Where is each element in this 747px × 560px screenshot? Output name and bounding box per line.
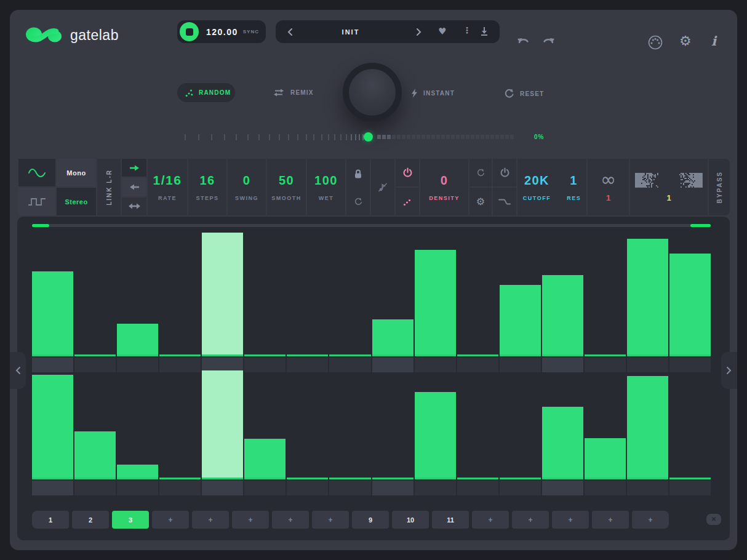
stereo-button[interactable]: Stereo <box>57 188 96 215</box>
gate-step-15[interactable] <box>627 370 668 495</box>
stop-button[interactable] <box>180 22 199 41</box>
prev-page-tab[interactable] <box>10 352 26 389</box>
pattern-button-2[interactable]: 2 <box>72 511 109 529</box>
wet-cell[interactable]: 100 WET <box>307 159 345 215</box>
randomize-slider-handle[interactable] <box>364 132 373 142</box>
preset-prev-icon[interactable] <box>287 28 293 36</box>
step-pad[interactable] <box>159 481 201 495</box>
bpm-value[interactable]: 120.00 <box>206 27 238 37</box>
main-knob[interactable] <box>343 63 402 122</box>
undo-icon[interactable] <box>517 36 529 45</box>
gate-step-3[interactable] <box>117 370 158 495</box>
smooth-cell[interactable]: 50 SMOOTH <box>267 159 306 215</box>
strip-refresh-button[interactable] <box>469 159 492 186</box>
info-icon[interactable]: i <box>711 33 716 49</box>
step-pad[interactable] <box>500 481 541 495</box>
step-pad[interactable] <box>74 481 116 495</box>
gate-step-8[interactable] <box>329 233 370 372</box>
pattern-add-slot-8[interactable]: + <box>312 511 349 529</box>
gate-step-11[interactable] <box>457 233 498 372</box>
step-pad[interactable] <box>244 481 286 495</box>
pattern-add-slot-6[interactable]: + <box>232 511 269 529</box>
redo-icon[interactable] <box>543 36 555 45</box>
pattern-button-1[interactable]: 1 <box>32 511 69 529</box>
gate-step-12[interactable] <box>500 370 541 495</box>
reset-button[interactable]: RESET <box>505 89 544 98</box>
preset-next-icon[interactable] <box>416 28 422 36</box>
density-cell[interactable]: 0 DENSITY <box>420 159 468 215</box>
pattern-button-9[interactable]: 9 <box>352 511 389 529</box>
gate-step-16[interactable] <box>669 233 711 372</box>
gate-step-4[interactable] <box>159 370 201 495</box>
pattern-button-3[interactable]: 3 <box>112 511 149 529</box>
swing-cell[interactable]: 0 SWING <box>228 159 266 215</box>
gate-step-3[interactable] <box>117 233 158 372</box>
pattern-add-slot-7[interactable]: + <box>272 511 309 529</box>
pattern-add-slot-15[interactable]: + <box>592 511 629 529</box>
note-mute-cell[interactable] <box>371 159 394 215</box>
gate-step-5[interactable] <box>202 370 243 495</box>
settings-gear-icon[interactable]: ⚙ <box>679 33 692 49</box>
lock-icon[interactable] <box>353 168 363 179</box>
instant-button[interactable]: INSTANT <box>411 89 455 98</box>
gate-step-1[interactable] <box>32 370 73 495</box>
gate-step-7[interactable] <box>287 370 328 495</box>
gate-step-5[interactable] <box>202 233 243 372</box>
step-pad[interactable] <box>457 481 498 495</box>
preset-menu-icon[interactable]: ⋮ <box>463 25 471 35</box>
gate-step-13[interactable] <box>542 233 583 372</box>
midi-icon[interactable] <box>647 34 663 50</box>
density-power-button[interactable] <box>396 159 419 186</box>
pattern-add-slot-13[interactable]: + <box>512 511 549 529</box>
pattern-button-10[interactable]: 10 <box>392 511 429 529</box>
gate-step-14[interactable] <box>585 370 626 495</box>
gate-step-12[interactable] <box>500 233 541 372</box>
gate-step-8[interactable] <box>329 370 370 495</box>
sync-label[interactable]: SYNC <box>243 29 259 34</box>
infinity-cell[interactable]: ∞ 1 <box>588 159 629 215</box>
gate-step-4[interactable] <box>159 233 201 372</box>
dither-cell[interactable]: 1 <box>630 159 708 215</box>
waveform-sine-button[interactable] <box>18 159 55 186</box>
gate-step-10[interactable] <box>415 370 456 495</box>
pattern-add-slot-16[interactable]: + <box>632 511 669 529</box>
gate-step-7[interactable] <box>287 233 328 372</box>
gate-step-2[interactable] <box>74 370 116 495</box>
pattern-add-slot-12[interactable]: + <box>472 511 509 529</box>
gate-step-14[interactable] <box>585 233 626 372</box>
gate-step-1[interactable] <box>32 233 73 372</box>
steps-cell[interactable]: 16 STEPS <box>188 159 226 215</box>
gate-step-6[interactable] <box>244 233 286 372</box>
step-pad[interactable] <box>32 481 73 495</box>
pattern-add-slot-14[interactable]: + <box>552 511 589 529</box>
bypass-button[interactable]: BYPASS <box>709 159 730 215</box>
step-pad[interactable] <box>542 481 583 495</box>
gate-step-2[interactable] <box>74 233 116 372</box>
randomize-slider-track[interactable] <box>377 135 517 139</box>
remix-button[interactable]: REMIX <box>273 89 314 97</box>
filter-power-button[interactable] <box>493 159 516 186</box>
link-lr-cell[interactable]: LINK L-R <box>97 159 121 215</box>
favorite-icon[interactable]: ♥ <box>438 26 446 37</box>
step-pad[interactable] <box>627 481 668 495</box>
step-pad[interactable] <box>415 481 456 495</box>
refresh-icon[interactable] <box>354 197 363 206</box>
preset-name[interactable]: INIT <box>313 28 389 36</box>
gate-step-11[interactable] <box>457 370 498 495</box>
direction-pingpong-button[interactable] <box>122 198 146 215</box>
gate-step-9[interactable] <box>372 233 413 372</box>
delete-pattern-button[interactable]: ✕ <box>706 514 721 525</box>
pattern-button-11[interactable]: 11 <box>432 511 469 529</box>
filter-cell[interactable]: 20K CUTOFF 1 RES <box>517 159 586 215</box>
save-preset-icon[interactable] <box>480 26 489 36</box>
pattern-add-slot-5[interactable]: + <box>192 511 229 529</box>
direction-forward-button[interactable] <box>122 159 146 177</box>
step-pad[interactable] <box>117 481 158 495</box>
step-pad[interactable] <box>585 481 626 495</box>
direction-backward-button[interactable] <box>122 178 146 196</box>
step-pad[interactable] <box>287 481 328 495</box>
gate-step-6[interactable] <box>244 370 286 495</box>
next-page-tab[interactable] <box>721 352 737 389</box>
mono-button[interactable]: Mono <box>57 159 96 186</box>
strip-gear-button[interactable]: ⚙ <box>469 188 492 215</box>
